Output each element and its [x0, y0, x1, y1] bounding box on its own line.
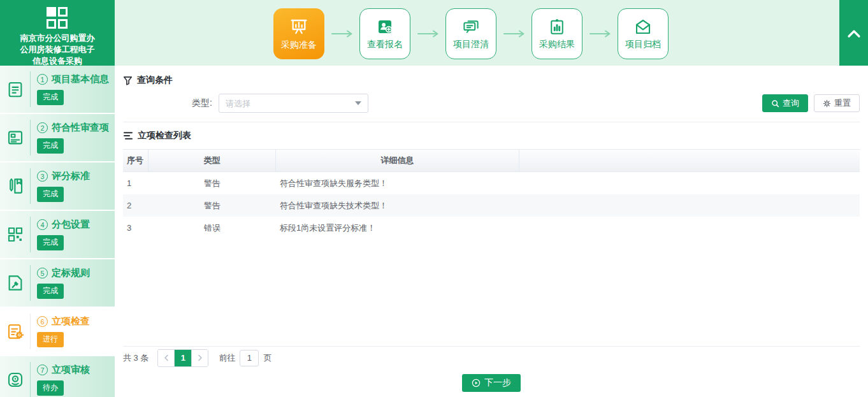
- app-window: 南京市分公司购置办 公用房装修工程电子 信息设备采购 1 项目基本信息 完成: [0, 0, 868, 397]
- step-number: 4: [37, 219, 48, 230]
- cell-detail: 标段1尚未设置评分标准！: [276, 217, 519, 239]
- filter-section: 查询条件 类型:: [123, 66, 860, 113]
- column-header-detail: 详细信息: [276, 150, 519, 171]
- page-unit-label: 页: [263, 352, 271, 364]
- list-section-title: 立项检查列表: [138, 130, 191, 141]
- step-view-registration[interactable]: 查看报名: [359, 8, 410, 59]
- chevron-down-icon: [355, 101, 361, 105]
- reset-button[interactable]: 重置: [814, 94, 860, 112]
- step-number: 3: [37, 171, 48, 182]
- footer-action-bar: 下一步: [123, 369, 860, 397]
- status-badge: 完成: [37, 284, 64, 299]
- arrow-right-icon: [496, 29, 532, 38]
- gavel-doc-icon: [0, 273, 30, 292]
- step-number: 6: [37, 316, 48, 327]
- pen-notebook-icon: [0, 177, 30, 196]
- status-badge: 完成: [37, 187, 64, 202]
- chart-board-icon: [289, 17, 309, 37]
- pager: 1: [157, 349, 208, 367]
- sidebar-item-project-audit[interactable]: 7 立项审核 待办: [0, 356, 115, 397]
- type-select-input[interactable]: [219, 99, 355, 108]
- step-number: 5: [37, 268, 48, 278]
- prev-page-button[interactable]: [158, 350, 175, 366]
- gear-icon: [823, 99, 831, 108]
- cell-no: 3: [123, 217, 148, 239]
- step-label: 查看报名: [367, 39, 403, 50]
- arrow-right-icon: [410, 29, 445, 38]
- sidebar-item-project-check[interactable]: 6 立项检查 进行: [0, 308, 115, 355]
- envelope-icon: [633, 17, 653, 36]
- table-empty-area: [123, 239, 860, 346]
- step-project-clarify[interactable]: 项目澄清: [445, 8, 496, 59]
- step-number: 2: [37, 122, 48, 133]
- column-header-no: 序号: [123, 150, 148, 171]
- sidebar-item-compliance-review[interactable]: 2 符合性审查项 完成: [0, 114, 115, 161]
- goto-label: 前往: [219, 352, 235, 364]
- person-add-icon: [375, 17, 394, 36]
- next-page-button[interactable]: [191, 350, 208, 366]
- filter-section-title: 查询条件: [137, 75, 173, 86]
- sidebar-item-label: 分包设置: [52, 219, 90, 231]
- table-header-row: 序号 类型 详细信息: [123, 149, 860, 172]
- sidebar-item-label: 评分标准: [52, 170, 90, 182]
- cell-type: 警告: [148, 194, 276, 217]
- cell-detail: 符合性审查项缺失技术类型！: [276, 194, 519, 217]
- pagination-bar: 共 3 条 1 前往: [123, 346, 860, 369]
- app-logo: 南京市分公司购置办 公用房装修工程电子 信息设备采购: [0, 0, 115, 66]
- clipboard-chart-icon: [547, 17, 567, 36]
- sidebar-item-project-basic-info[interactable]: 1 项目基本信息 完成: [0, 66, 115, 113]
- status-badge: 待办: [37, 380, 64, 396]
- cell-no: 2: [123, 194, 148, 217]
- table-row[interactable]: 3 错误 标段1尚未设置评分标准！: [123, 217, 860, 239]
- column-header-type: 类型: [148, 150, 276, 171]
- chat-bubbles-icon: [461, 17, 481, 36]
- goto-page-input[interactable]: [240, 350, 259, 366]
- id-card-icon: [0, 128, 30, 147]
- status-badge: 完成: [37, 138, 64, 154]
- project-title: 南京市分公司购置办 公用房装修工程电子 信息设备采购: [0, 32, 115, 67]
- next-step-button[interactable]: 下一步: [462, 374, 521, 392]
- cell-detail: 符合性审查项缺失服务类型！: [276, 172, 519, 194]
- sidebar-item-award-rules[interactable]: 5 定标规则 完成: [0, 259, 115, 307]
- total-count-text: 共 3 条: [123, 352, 148, 364]
- step-label: 采购准备: [281, 40, 317, 51]
- check-table: 序号 类型 详细信息 1 警告 符合性审查项缺失服务类型！ 2 警告: [123, 149, 860, 239]
- sidebar: 南京市分公司购置办 公用房装修工程电子 信息设备采购 1 项目基本信息 完成: [0, 0, 115, 397]
- list-lines-icon: [123, 131, 133, 140]
- qr-grid-icon: [0, 225, 30, 244]
- step-procure-result[interactable]: 采购结果: [532, 8, 582, 59]
- step-procure-prepare[interactable]: 采购准备: [273, 8, 324, 59]
- step-label: 采购结果: [539, 39, 575, 50]
- search-icon: [771, 99, 779, 108]
- clipboard-gear-icon: [0, 322, 30, 341]
- sidebar-item-package-settings[interactable]: 4 分包设置 完成: [0, 211, 115, 258]
- sidebar-item-label: 符合性审查项: [52, 122, 109, 134]
- step-label: 项目归档: [625, 39, 661, 50]
- cell-type: 警告: [148, 172, 276, 194]
- table-row[interactable]: 2 警告 符合性审查项缺失技术类型！: [123, 194, 860, 217]
- step-number: 1: [37, 74, 48, 85]
- type-label: 类型:: [192, 97, 212, 109]
- play-circle-icon: [472, 379, 481, 387]
- chevron-up-icon: [847, 28, 861, 38]
- process-stepper: 采购准备: [273, 8, 669, 59]
- search-button[interactable]: 查询: [762, 94, 808, 112]
- check-list-section: 立项检查列表 序号 类型 详细信息 1 警告 符合性审查项缺失服务类型！: [123, 122, 860, 369]
- status-badge: 完成: [37, 90, 64, 105]
- clipboard-icon: [0, 80, 30, 99]
- status-badge: 完成: [37, 235, 64, 250]
- sidebar-item-label: 项目基本信息: [52, 73, 109, 85]
- main-content: 查询条件 类型:: [115, 66, 868, 397]
- collapse-header-button[interactable]: [839, 0, 868, 66]
- type-select[interactable]: [219, 94, 368, 113]
- step-label: 项目澄清: [453, 39, 489, 50]
- sidebar-item-scoring-standard[interactable]: 3 评分标准 完成: [0, 162, 115, 210]
- table-row[interactable]: 1 警告 符合性审查项缺失服务类型！: [123, 172, 860, 194]
- page-number-button[interactable]: 1: [175, 350, 191, 366]
- sidebar-item-label: 立项审核: [52, 364, 90, 376]
- funnel-icon: [123, 76, 133, 85]
- sidebar-item-label: 定标规则: [52, 267, 90, 279]
- cell-type: 错误: [148, 217, 276, 239]
- step-project-archive[interactable]: 项目归档: [618, 8, 669, 59]
- step-number: 7: [37, 365, 48, 375]
